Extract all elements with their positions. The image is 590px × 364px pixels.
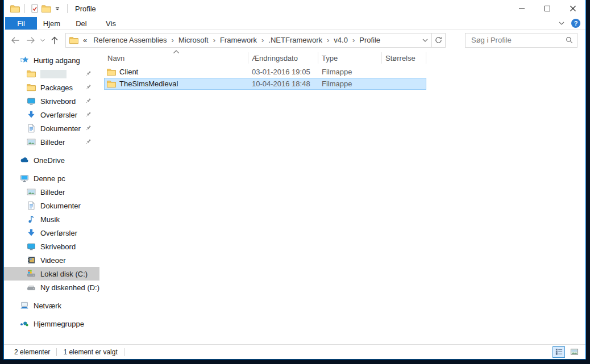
- navigation-toolbar: « Reference Assemblies › Microsoft › Fra…: [4, 30, 585, 50]
- breadcrumb-overflow-chevrons[interactable]: «: [81, 36, 89, 44]
- sidebar-item-denne-pc[interactable]: Denne pc: [4, 171, 99, 185]
- search-box: [465, 33, 577, 48]
- window-controls: [509, 0, 585, 17]
- sidebar-item-label: Musik: [40, 215, 60, 224]
- address-dropdown-chevron-icon[interactable]: [419, 37, 431, 44]
- search-icon[interactable]: [565, 36, 574, 44]
- sidebar-item-redacted-folder[interactable]: [4, 67, 99, 81]
- sidebar-item-lokal-disk-c[interactable]: Lokal disk (C:): [4, 267, 99, 281]
- downloads-icon: [27, 228, 36, 237]
- sidebar-item-hurtig-adgang[interactable]: Hurtig adgang: [4, 53, 99, 67]
- sidebar-item-label: Hjemmegruppe: [34, 320, 84, 328]
- customize-qat-dropdown-icon[interactable]: [52, 2, 63, 15]
- sidebar-item-label: Dokumenter: [40, 202, 81, 210]
- folder-icon: [27, 83, 36, 92]
- details-view-button[interactable]: [552, 346, 565, 358]
- sidebar-item-label: Packages: [40, 83, 73, 92]
- sidebar-item-billeder-pinned[interactable]: Billeder: [4, 135, 99, 149]
- tab-vis[interactable]: Vis: [96, 17, 126, 30]
- sidebar-item-label: Overførsler: [40, 111, 77, 119]
- file-row-client[interactable]: Client 03-01-2016 19:05 Filmappe: [104, 66, 426, 78]
- sidebar-item-label: Skrivebord: [40, 97, 76, 106]
- column-header-row: Navn Ændringsdato Type Størrelse: [104, 51, 585, 65]
- breadcrumb-segment-reference-assemblies[interactable]: Reference Assemblies: [89, 36, 171, 44]
- sidebar-item-ny-diskenhed-d[interactable]: Ny diskenhed (D:): [4, 281, 99, 294]
- sidebar-item-videoer[interactable]: Videoer: [4, 253, 99, 267]
- sidebar-item-overfoersler-pinned[interactable]: Overførsler: [4, 108, 99, 122]
- statusbar-separator: [124, 348, 124, 356]
- refresh-button[interactable]: [431, 33, 446, 48]
- breadcrumb-segment-netframework[interactable]: .NETFramework: [264, 36, 326, 44]
- file-modified: 03-01-2016 19:05: [248, 68, 318, 76]
- sidebar-item-musik[interactable]: Musik: [4, 212, 99, 226]
- sidebar-item-label: Ny diskenhed (D:): [40, 283, 99, 292]
- maximize-button[interactable]: [534, 0, 560, 17]
- forward-button[interactable]: [23, 33, 38, 48]
- sidebar-item-label: Dokumenter: [40, 124, 81, 133]
- desktop-icon: [27, 97, 36, 106]
- sidebar-item-dokumenter-pinned[interactable]: Dokumenter: [4, 122, 99, 135]
- onedrive-icon: [20, 156, 29, 165]
- music-icon: [27, 215, 36, 224]
- file-name-cell: TheSimsMedieval: [105, 80, 248, 89]
- minimize-button[interactable]: [509, 0, 534, 17]
- back-button[interactable]: [7, 33, 23, 48]
- help-icon[interactable]: ?: [571, 19, 580, 28]
- expand-ribbon-chevron-icon[interactable]: [558, 20, 565, 27]
- breadcrumb-segment-v40[interactable]: v4.0: [330, 36, 352, 44]
- sidebar-item-hjemmegruppe[interactable]: Hjemmegruppe: [4, 317, 99, 330]
- quick-access-icon: [20, 56, 29, 65]
- sidebar-item-label: Billeder: [40, 138, 65, 147]
- folder-icon: [107, 68, 116, 77]
- up-button[interactable]: [47, 33, 62, 48]
- file-row-thesimsmedieval[interactable]: TheSimsMedieval 10-04-2016 18:48 Filmapp…: [104, 78, 426, 90]
- search-input[interactable]: [470, 35, 565, 45]
- pictures-icon: [27, 137, 36, 147]
- column-header-navn[interactable]: Navn: [104, 52, 248, 64]
- sort-ascending-icon: [173, 50, 180, 54]
- file-rows: Client 03-01-2016 19:05 Filmappe TheSims…: [104, 66, 585, 90]
- sidebar-item-overfoersler[interactable]: Overførsler: [4, 226, 99, 240]
- address-bar[interactable]: « Reference Assemblies › Microsoft › Fra…: [65, 33, 432, 48]
- sidebar-item-dokumenter[interactable]: Dokumenter: [4, 199, 99, 212]
- sidebar-item-netvaerk[interactable]: Netværk: [4, 299, 99, 312]
- properties-qat-button[interactable]: [29, 2, 40, 15]
- explorer-window: Profile Fil Hjem Del Vis ? « Reference A…: [3, 0, 586, 359]
- breadcrumb-segment-microsoft[interactable]: Microsoft: [174, 36, 213, 44]
- sidebar-item-skrivebord[interactable]: Skrivebord: [4, 240, 99, 253]
- column-header-aendringsdato[interactable]: Ændringsdato: [248, 52, 318, 64]
- breadcrumb-segment-profile[interactable]: Profile: [355, 36, 384, 44]
- tab-del[interactable]: Del: [67, 17, 96, 30]
- sidebar-item-onedrive[interactable]: OneDrive: [4, 153, 99, 167]
- file-modified: 10-04-2016 18:48: [248, 80, 318, 88]
- column-header-stoerrelse[interactable]: Størrelse: [382, 52, 426, 64]
- pin-icon: [84, 97, 92, 105]
- sidebar-item-billeder[interactable]: Billeder: [4, 185, 99, 199]
- documents-icon: [27, 201, 36, 210]
- breadcrumb-segment-framework[interactable]: Framework: [216, 36, 261, 44]
- title-bar: Profile: [4, 0, 585, 17]
- sidebar-item-skrivebord-pinned[interactable]: Skrivebord: [4, 94, 99, 108]
- thumbnails-view-button[interactable]: [568, 346, 580, 358]
- file-name-cell: Client: [105, 68, 248, 77]
- folder-icon: [107, 80, 116, 89]
- explorer-app-icon: [9, 2, 20, 15]
- selection-count-label: 1 element er valgt: [63, 348, 117, 356]
- qat-separator: [24, 4, 25, 13]
- sidebar-item-label-redacted: [40, 70, 67, 78]
- sidebar-item-packages[interactable]: Packages: [4, 81, 99, 94]
- tab-fil[interactable]: Fil: [5, 17, 37, 30]
- pin-icon: [84, 83, 92, 91]
- homegroup-icon: [20, 319, 29, 328]
- this-pc-icon: [20, 174, 29, 183]
- recent-locations-chevron-icon[interactable]: [38, 33, 47, 48]
- sidebar-item-label: Netværk: [34, 302, 61, 310]
- new-folder-qat-button[interactable]: [40, 2, 52, 15]
- navigation-pane: Hurtig adgang Packages Skrivebord Overfø…: [4, 50, 99, 344]
- drive-icon: [27, 283, 36, 292]
- pin-icon: [84, 70, 92, 78]
- close-button[interactable]: [560, 0, 585, 17]
- column-header-type[interactable]: Type: [318, 52, 382, 64]
- tab-hjem[interactable]: Hjem: [37, 17, 67, 30]
- view-toggle-buttons: [552, 345, 580, 359]
